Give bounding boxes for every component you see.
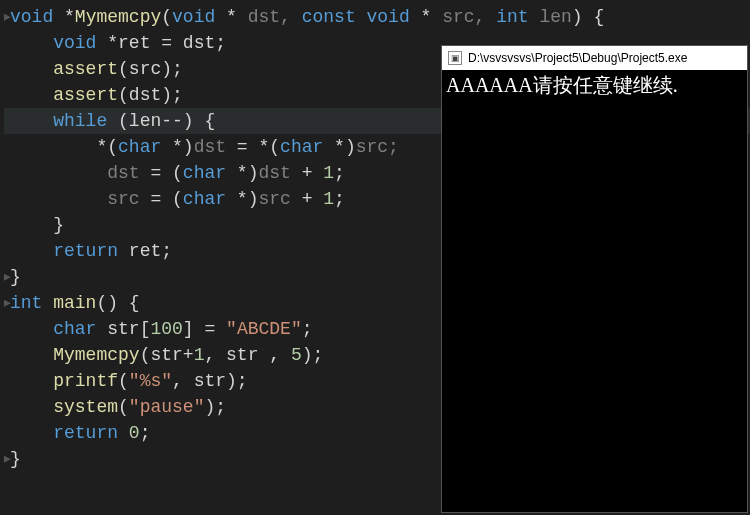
token: 1 [194, 345, 205, 365]
token [10, 85, 53, 105]
token: return [53, 423, 129, 443]
console-window[interactable]: ▣ D:\vsvsvsvs\Project5\Debug\Project5.ex… [441, 45, 748, 513]
token: ; [302, 319, 313, 339]
token: ret [118, 33, 150, 53]
token: "ABCDE" [226, 319, 302, 339]
token: int [496, 7, 539, 27]
token: dst, [248, 7, 302, 27]
token: ( [118, 397, 129, 417]
console-output: AAAAAA请按任意键继续. [442, 70, 747, 101]
token [10, 345, 53, 365]
token: , str , [204, 345, 290, 365]
token: } [10, 267, 21, 287]
console-title-bar[interactable]: ▣ D:\vsvsvsvs\Project5\Debug\Project5.ex… [442, 46, 747, 70]
token: ; [334, 163, 345, 183]
token: 1 [323, 189, 334, 209]
token: ; [334, 189, 345, 209]
token [10, 397, 53, 417]
token: return [53, 241, 129, 261]
token [10, 319, 53, 339]
token [10, 189, 107, 209]
token: src [107, 189, 139, 209]
token: main [53, 293, 96, 313]
token: void [172, 7, 226, 27]
token: dst [107, 163, 139, 183]
token: * [107, 33, 118, 53]
token: "pause" [129, 397, 205, 417]
token: char [183, 189, 237, 209]
code-line[interactable]: ▸void *Mymemcpy(void * dst, const void *… [4, 4, 750, 30]
token [10, 33, 53, 53]
token: 100 [150, 319, 182, 339]
token: ; [140, 423, 151, 443]
token: char [280, 137, 334, 157]
token: char [118, 137, 172, 157]
token: * [421, 7, 443, 27]
token: = *( [226, 137, 280, 157]
token [10, 111, 53, 131]
token: (len--) { [118, 111, 215, 131]
token: + [291, 189, 323, 209]
token: src [258, 189, 290, 209]
token: dst; [183, 33, 226, 53]
token: ret; [129, 241, 172, 261]
token: * [64, 7, 75, 27]
token: (src); [118, 59, 183, 79]
token: Mymemcpy [53, 345, 139, 365]
token: * [226, 7, 248, 27]
token: src, [442, 7, 496, 27]
token: 1 [323, 163, 334, 183]
token: [ [140, 319, 151, 339]
token: (str+ [140, 345, 194, 365]
token: = [150, 33, 182, 53]
token: void [53, 33, 107, 53]
console-title: D:\vsvsvsvs\Project5\Debug\Project5.exe [468, 51, 687, 65]
token: while [53, 111, 118, 131]
token: "%s" [129, 371, 172, 391]
token: *) [237, 163, 259, 183]
token: ] = [183, 319, 226, 339]
token: dst [258, 163, 290, 183]
token: (dst); [118, 85, 183, 105]
token: const [302, 7, 367, 27]
token: 0 [129, 423, 140, 443]
token: printf [53, 371, 118, 391]
token: *) [334, 137, 356, 157]
token: + [291, 163, 323, 183]
token: () { [96, 293, 139, 313]
token: ( [118, 371, 129, 391]
token: void [367, 7, 421, 27]
token: } [10, 449, 21, 469]
token: str [107, 319, 139, 339]
token: int [10, 293, 53, 313]
token: *( [10, 137, 118, 157]
token: ) { [572, 7, 604, 27]
token: Mymemcpy [75, 7, 161, 27]
token: system [53, 397, 118, 417]
token: , str); [172, 371, 248, 391]
token: ); [204, 397, 226, 417]
app-icon: ▣ [448, 51, 462, 65]
token: = ( [140, 163, 183, 183]
token [10, 59, 53, 79]
token [10, 241, 53, 261]
token: ); [302, 345, 324, 365]
token: assert [53, 59, 118, 79]
token: dst [194, 137, 226, 157]
token: len [539, 7, 571, 27]
token: char [53, 319, 107, 339]
token: *) [237, 189, 259, 209]
token: char [183, 163, 237, 183]
token: = ( [140, 189, 183, 209]
token: src; [356, 137, 399, 157]
token: 5 [291, 345, 302, 365]
token [10, 163, 107, 183]
output-text: AAAAAA请按任意键继续. [446, 74, 678, 96]
token: *) [172, 137, 194, 157]
token: } [10, 215, 64, 235]
token [10, 423, 53, 443]
token: ( [161, 7, 172, 27]
token: void [10, 7, 64, 27]
token [10, 371, 53, 391]
token: assert [53, 85, 118, 105]
